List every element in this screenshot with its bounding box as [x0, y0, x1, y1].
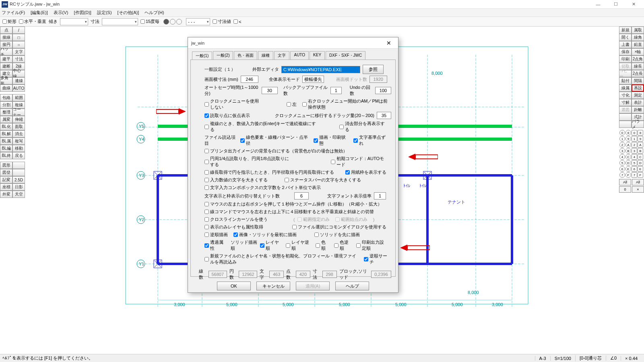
chk-paper-frame[interactable]: 用紙枠を表示する: [345, 169, 386, 175]
layer-zero[interactable]: 0: [619, 186, 631, 193]
menu-file[interactable]: ファイル(F): [2, 10, 25, 16]
layer-D[interactable]: D: [638, 160, 643, 166]
menu-edit[interactable]: [編集(E)]: [31, 10, 48, 16]
tool-BL解[interactable]: BL解: [0, 130, 12, 138]
chk-line-elem[interactable]: 線色要素・線種パターン・点半径: [240, 134, 308, 146]
chk-char-base[interactable]: 文字基準点ずれ: [353, 134, 388, 146]
chk-input-big[interactable]: 入力数値の文字を大きくする: [204, 177, 268, 183]
layer-E[interactable]: E: [625, 166, 631, 172]
menu-draw[interactable]: [作図(D)]: [74, 10, 91, 16]
tool-測定[interactable]: 測定: [632, 92, 644, 99]
status-paper[interactable]: A-3: [535, 356, 550, 361]
maximize-button[interactable]: ☐: [607, 0, 625, 9]
tool-分割[interactable]: 分割: [0, 101, 12, 109]
layer-4[interactable]: 4: [619, 154, 625, 160]
tool-鉛直[interactable]: 鉛直: [632, 41, 644, 48]
tool-BL化[interactable]: BL化: [0, 123, 12, 130]
chk-disp-layer[interactable]: 表示のみレイヤも属性取得: [204, 224, 263, 230]
tab-color[interactable]: 色・画面: [234, 51, 257, 60]
tool-2.5D[interactable]: 2.5D: [12, 176, 25, 183]
tool-[interactable]: [619, 121, 632, 128]
chk-draw-print[interactable]: 描画・印刷状態: [314, 134, 348, 146]
chk-printer-bg[interactable]: プリンタ出力イメージの背景を白にする（背景色が白の場合は無効）: [204, 148, 347, 154]
undo-input[interactable]: [375, 87, 391, 94]
menu-other[interactable]: [その他(A)]: [118, 10, 139, 16]
chk-erase-re[interactable]: 消去部分を再表示する: [339, 121, 388, 133]
chk-crossline[interactable]: クロスラインカーソルを使う: [204, 216, 268, 222]
tool-[interactable]: [12, 169, 25, 176]
layer-9[interactable]: 9: [625, 136, 631, 142]
chk-rev-draw[interactable]: 逆順描画: [204, 232, 228, 238]
chk-init-cmd[interactable]: 初期コマンド：AUTOモード: [331, 156, 388, 168]
tab-general1[interactable]: 一般(1): [192, 51, 212, 60]
chk-read-pt[interactable]: 読取り点に仮点表示: [204, 113, 250, 119]
tool-曲線[interactable]: 曲線: [0, 84, 12, 92]
chk-img-first[interactable]: 画像・ソリッドを最初に描画: [233, 232, 297, 238]
menu-help[interactable]: ヘルプ(H): [144, 10, 164, 16]
chk-multi-enter[interactable]: 複線のとき、数値入力後の[Enter]キーで連続複線にする: [204, 121, 318, 133]
chk-right-clock[interactable]: 右クロックメニュー開始のAM／PMは前操作状態: [302, 98, 388, 110]
status-layer[interactable]: [0-0]通り芯: [575, 355, 606, 361]
chk-layer-rev[interactable]: レイヤ逆順: [286, 239, 310, 251]
layer-x[interactable]: ×: [632, 186, 644, 193]
tool-複写[interactable]: 複写: [12, 138, 25, 145]
ok-button[interactable]: OK: [217, 282, 251, 290]
tool-/[interactable]: /: [12, 27, 25, 34]
layer-A[interactable]: A: [625, 142, 631, 148]
font-mag-input[interactable]: [374, 192, 386, 200]
layer-all[interactable]: All: [632, 179, 644, 185]
layer-D[interactable]: D: [625, 160, 631, 166]
layer-F[interactable]: F: [625, 172, 631, 178]
layer-7[interactable]: 7: [632, 172, 637, 178]
tool-2点角[interactable]: 2点角: [632, 56, 644, 63]
chk-col-ord[interactable]: 色順: [316, 239, 328, 251]
tool-範囲[interactable]: 範囲: [12, 94, 25, 101]
menu-settings[interactable]: 設定(S): [97, 10, 112, 16]
status-x[interactable]: × 0.44: [621, 356, 642, 361]
layer-4[interactable]: 4: [632, 154, 637, 160]
chk-col-rev[interactable]: 色逆順: [334, 239, 351, 251]
chk-trans[interactable]: 透過属性: [204, 239, 225, 251]
tool-日影[interactable]: 日影: [12, 183, 25, 191]
tool-[interactable]: [12, 162, 25, 169]
menu-view[interactable]: 表示(V): [54, 10, 68, 16]
tool-貼付[interactable]: 貼付: [619, 77, 632, 84]
tab-auto[interactable]: AUTO: [290, 51, 309, 60]
minimize-button[interactable]: —: [589, 0, 607, 9]
tool-間隔[interactable]: 間隔: [632, 77, 644, 84]
tool-建断[interactable]: 建断: [0, 63, 12, 70]
tab-text[interactable]: 文字: [274, 51, 289, 60]
status-angle[interactable]: ∠0: [606, 356, 621, 361]
layer-3[interactable]: 3: [632, 148, 637, 154]
tool-外変[interactable]: 外変: [0, 191, 12, 198]
opt-lt[interactable]: <: [233, 19, 241, 24]
layer-7[interactable]: 7: [619, 172, 625, 178]
layer-6[interactable]: 6: [632, 166, 637, 172]
layer-1[interactable]: 1: [619, 136, 625, 142]
tool-AUTO[interactable]: AUTO: [12, 84, 25, 92]
tool-上書[interactable]: 上書: [619, 41, 632, 48]
opt-dash-dd[interactable]: - - -: [186, 18, 210, 25]
layer-5[interactable]: 5: [632, 160, 637, 166]
autosave-input[interactable]: [262, 87, 278, 94]
chk-solid-first[interactable]: ソリッドを先に描画: [314, 232, 360, 238]
tool-新規[interactable]: 新規: [619, 27, 632, 34]
tool-包絡[interactable]: 包絡: [0, 94, 12, 101]
tool-連線[interactable]: 連線: [12, 77, 25, 84]
opt-circles[interactable]: [163, 19, 182, 25]
tool-BL属[interactable]: BL属: [0, 138, 12, 145]
tool-建平[interactable]: 建平: [0, 56, 12, 63]
tool-開く[interactable]: 開く: [619, 34, 632, 41]
tool-パラメ[interactable]: パラメ: [632, 121, 644, 128]
opt-dimval[interactable]: 寸法値: [213, 19, 231, 25]
chk-status-big[interactable]: ステータスバーの文字を大きくする: [285, 177, 361, 183]
layer-0[interactable]: 0: [619, 130, 625, 136]
layer-E[interactable]: E: [638, 166, 643, 172]
tool-点[interactable]: 点: [0, 27, 12, 34]
ext-editor-input[interactable]: [281, 66, 360, 73]
layer-6[interactable]: 6: [619, 166, 625, 172]
tool-伸縮[interactable]: 伸縮: [12, 116, 25, 123]
tool-文字[interactable]: 文字: [12, 48, 25, 56]
screen-w-input[interactable]: [241, 76, 258, 83]
tool-移動[interactable]: 移動: [12, 145, 25, 152]
